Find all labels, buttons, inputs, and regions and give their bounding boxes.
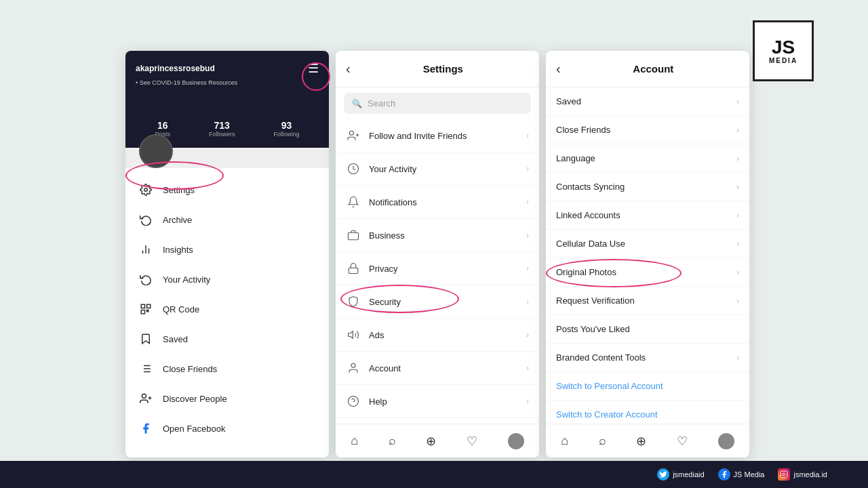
- follow-invite-label: Follow and Invite Friends: [369, 131, 518, 141]
- close-friends-account-label: Close Friends: [556, 125, 728, 135]
- settings-item-help[interactable]: Help ›: [336, 385, 539, 418]
- account-item-request-verification[interactable]: Request Verification ›: [546, 287, 749, 315]
- contacts-syncing-arrow: ›: [736, 182, 739, 192]
- menu-item-settings[interactable]: Settings: [125, 175, 329, 205]
- settings-item-notifications[interactable]: Notifications ›: [336, 186, 539, 219]
- account-label: Account: [369, 363, 518, 373]
- twitter-social[interactable]: jsmediaid: [657, 468, 704, 481]
- account-nav-add-icon[interactable]: ⊕: [636, 434, 646, 449]
- facebook-social[interactable]: JS Media: [718, 468, 765, 481]
- nav-profile-avatar[interactable]: [508, 433, 524, 449]
- hamburger-icon[interactable]: ☰: [308, 61, 319, 76]
- account-bottom-nav: ⌂ ⌕ ⊕ ♡: [546, 424, 749, 458]
- svg-rect-4: [141, 304, 144, 308]
- branded-content-arrow: ›: [736, 353, 739, 363]
- insights-label: Insights: [163, 245, 193, 255]
- settings-title: Settings: [357, 63, 529, 75]
- branded-content-label: Branded Content Tools: [556, 352, 728, 363]
- account-panel: ‹ Account Saved › Close Friends › Langua…: [546, 51, 749, 458]
- settings-item-your-activity[interactable]: Your Activity ›: [336, 152, 539, 186]
- menu-item-archive[interactable]: Archive: [125, 205, 329, 235]
- followers-count: 713: [209, 120, 235, 131]
- business-icon: [346, 228, 361, 243]
- privacy-icon: [346, 261, 361, 276]
- help-icon: [346, 394, 361, 409]
- settings-item-follow-invite[interactable]: Follow and Invite Friends ›: [336, 119, 539, 152]
- menu-item-qr-code[interactable]: QR Code: [125, 294, 329, 324]
- nav-search-icon[interactable]: ⌕: [389, 434, 396, 448]
- account-arrow: ›: [526, 363, 529, 373]
- account-nav-profile-avatar[interactable]: [718, 433, 734, 449]
- instagram-label: jsmedia.id: [793, 470, 827, 479]
- twitter-label: jsmediaid: [673, 470, 704, 479]
- nav-home-icon[interactable]: ⌂: [351, 434, 358, 448]
- request-verification-label: Request Verification: [556, 296, 728, 306]
- account-nav-search-icon[interactable]: ⌕: [599, 434, 606, 448]
- svg-point-17: [349, 131, 353, 135]
- saved-label: Saved: [163, 334, 188, 344]
- svg-rect-5: [147, 304, 151, 308]
- following-count: 93: [273, 120, 299, 131]
- account-item-branded-content[interactable]: Branded Content Tools ›: [546, 344, 749, 372]
- follow-invite-arrow: ›: [526, 131, 529, 140]
- menu-item-saved[interactable]: Saved: [125, 324, 329, 354]
- close-friends-label: Close Friends: [163, 364, 217, 374]
- nav-add-icon[interactable]: ⊕: [426, 434, 436, 449]
- ads-label: Ads: [369, 330, 518, 340]
- settings-item-security[interactable]: Security ›: [336, 285, 539, 319]
- account-item-cellular-data[interactable]: Cellular Data Use ›: [546, 230, 749, 258]
- ads-icon: [346, 327, 361, 342]
- search-placeholder: Search: [368, 98, 395, 108]
- your-activity-settings-label: Your Activity: [369, 164, 518, 174]
- menu-item-discover-people[interactable]: Discover People: [125, 384, 329, 413]
- switch-creator-label: Switch to Creator Account: [556, 409, 739, 420]
- account-item-linked-accounts[interactable]: Linked Accounts ›: [546, 201, 749, 230]
- notifications-icon: [346, 195, 361, 209]
- account-item-switch-personal[interactable]: Switch to Personal Account: [546, 372, 749, 401]
- svg-point-24: [351, 363, 355, 367]
- followers-label: Followers: [209, 131, 235, 138]
- security-icon: [346, 294, 361, 309]
- account-back-button[interactable]: ‹: [556, 61, 561, 77]
- svg-rect-21: [349, 232, 359, 240]
- account-item-close-friends[interactable]: Close Friends ›: [546, 116, 749, 144]
- linked-accounts-label: Linked Accounts: [556, 210, 728, 220]
- language-label: Language: [556, 153, 728, 163]
- account-nav-home-icon[interactable]: ⌂: [561, 434, 568, 448]
- business-label: Business: [369, 230, 518, 241]
- facebook-icon: [139, 422, 153, 435]
- instagram-social[interactable]: jsmedia.id: [778, 468, 827, 481]
- security-arrow: ›: [526, 297, 529, 306]
- close-friends-account-arrow: ›: [736, 125, 739, 135]
- svg-marker-23: [349, 331, 353, 339]
- settings-menu-icon: [139, 183, 153, 197]
- settings-bottom-nav: ⌂ ⌕ ⊕ ♡: [336, 424, 539, 458]
- account-item-contacts-syncing[interactable]: Contacts Syncing ›: [546, 173, 749, 201]
- covid-text: • See COVID-19 Business Resources: [136, 79, 319, 86]
- nav-heart-icon[interactable]: ♡: [467, 434, 477, 449]
- discover-people-label: Discover People: [163, 394, 227, 404]
- menu-item-insights[interactable]: Insights: [125, 235, 329, 264]
- account-item-posts-liked[interactable]: Posts You've Liked: [546, 315, 749, 344]
- request-verification-arrow: ›: [736, 296, 739, 306]
- twitter-icon: [657, 468, 669, 481]
- menu-item-close-friends[interactable]: Close Friends: [125, 354, 329, 384]
- settings-item-privacy[interactable]: Privacy ›: [336, 252, 539, 285]
- settings-panel: ‹ Settings 🔍 Search Follow and Invite Fr…: [336, 51, 539, 458]
- business-arrow: ›: [526, 230, 529, 240]
- settings-back-button[interactable]: ‹: [346, 61, 351, 77]
- following-label: Following: [273, 131, 299, 138]
- menu-item-open-facebook[interactable]: Open Facebook: [125, 413, 329, 443]
- account-item-saved[interactable]: Saved ›: [546, 87, 749, 116]
- account-item-language[interactable]: Language ›: [546, 144, 749, 173]
- cellular-data-label: Cellular Data Use: [556, 239, 728, 249]
- settings-item-business[interactable]: Business ›: [336, 219, 539, 252]
- settings-item-ads[interactable]: Ads ›: [336, 319, 539, 352]
- search-bar[interactable]: 🔍 Search: [344, 93, 531, 114]
- settings-item-account[interactable]: Account ›: [336, 352, 539, 385]
- account-nav-heart-icon[interactable]: ♡: [677, 434, 688, 449]
- account-settings-icon: [346, 361, 361, 375]
- svg-rect-7: [147, 310, 149, 312]
- menu-item-your-activity[interactable]: Your Activity: [125, 264, 329, 294]
- account-item-original-photos[interactable]: Original Photos ›: [546, 258, 749, 287]
